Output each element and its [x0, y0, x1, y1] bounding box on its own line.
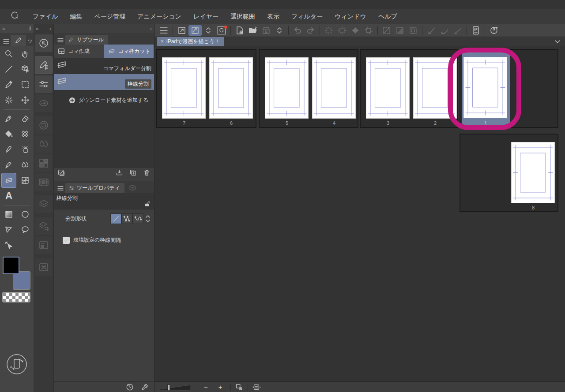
- brush-tool-icon[interactable]: [1, 142, 16, 157]
- subtool-group-tab-cut[interactable]: コマ枠カット: [104, 45, 154, 58]
- redo-icon[interactable]: [304, 25, 317, 36]
- save-icon[interactable]: [260, 25, 273, 36]
- eyedropper-tool-icon[interactable]: [1, 77, 16, 92]
- page-thumbnail-7[interactable]: 7: [162, 58, 206, 126]
- collapse-dock-icon[interactable]: «: [36, 26, 39, 32]
- auto-select-tool-icon[interactable]: [1, 93, 16, 108]
- snap-line-icon[interactable]: [425, 25, 438, 36]
- figure-tool-icon[interactable]: [18, 207, 33, 222]
- clip-studio-button[interactable]: [215, 25, 228, 36]
- tool-property-menu-icon[interactable]: [56, 184, 65, 193]
- gradient-tool-icon[interactable]: [1, 207, 16, 222]
- menu-item-9[interactable]: ウィンドウ: [335, 13, 366, 20]
- download-material-link[interactable]: ダウンロード素材を追加する: [54, 90, 154, 104]
- frame-gap-setting-row[interactable]: 環境設定の枠線間隔: [54, 230, 154, 244]
- brush-size-panel-icon[interactable]: [35, 94, 53, 112]
- tab-tools-partial[interactable]: ツ: [26, 38, 34, 46]
- main-color-swatch[interactable]: [3, 257, 19, 274]
- shape-curve-button[interactable]: [132, 213, 143, 224]
- help-icon[interactable]: [487, 25, 501, 36]
- tab-tools-pencil-icon[interactable]: [11, 35, 26, 46]
- shape-polyline-button[interactable]: [121, 213, 132, 224]
- snap-curve-icon[interactable]: [438, 25, 451, 36]
- airbrush-tool-icon[interactable]: [18, 142, 33, 157]
- frame-border-tool-icon[interactable]: [1, 173, 16, 188]
- unlock-icon[interactable]: [144, 201, 151, 207]
- save-chevrons-icon[interactable]: [273, 25, 286, 36]
- page-thumbnail-5[interactable]: 5: [265, 58, 309, 126]
- undo-icon[interactable]: [291, 25, 304, 36]
- timeline-panel-icon[interactable]: [35, 173, 53, 191]
- zoom-slider[interactable]: [158, 383, 192, 392]
- view-switch-chevrons-icon[interactable]: [202, 25, 215, 36]
- check-all-icon[interactable]: [57, 169, 65, 177]
- fill-tool-icon[interactable]: [1, 127, 16, 142]
- canvas-view-icon[interactable]: [175, 25, 188, 36]
- invert-selection-icon[interactable]: [393, 25, 407, 36]
- new-page-icon[interactable]: [233, 25, 246, 36]
- hand-tool-icon[interactable]: [18, 46, 33, 61]
- duplicate-subtool-icon[interactable]: [129, 169, 137, 176]
- navigator-panel-icon[interactable]: [35, 34, 53, 52]
- tool-menu-icon[interactable]: [2, 37, 11, 46]
- subtool-menu-icon[interactable]: [56, 36, 65, 45]
- menu-item-1[interactable]: ファイル: [33, 13, 58, 20]
- material-panel-icon[interactable]: [35, 154, 53, 172]
- page-thumbnail-1[interactable]: 1: [464, 57, 507, 125]
- collapse-dock2-icon[interactable]: ‹: [49, 26, 51, 32]
- layer-search-panel-icon[interactable]: [35, 236, 53, 254]
- page-thumbnail-4[interactable]: 4: [313, 58, 356, 126]
- tab-list-chevron-icon[interactable]: [554, 40, 561, 44]
- snap-angle-icon[interactable]: [451, 25, 464, 36]
- balloon-tool-icon[interactable]: [18, 222, 33, 237]
- tone-tool-icon[interactable]: [18, 127, 33, 142]
- brush-size-tab-icon[interactable]: [124, 183, 140, 193]
- text-tool-icon[interactable]: A: [1, 188, 16, 203]
- transparent-color-swatch[interactable]: [2, 292, 30, 302]
- close-panel-box-icon[interactable]: [35, 258, 53, 276]
- operation-3d-tool-icon[interactable]: [18, 62, 33, 77]
- marquee-select-tool-icon[interactable]: [18, 77, 33, 92]
- main-menu-icon[interactable]: [157, 25, 170, 36]
- snap-special-ruler-icon[interactable]: [335, 25, 349, 36]
- move-tool-icon[interactable]: [18, 93, 33, 108]
- menu-item-8[interactable]: フィルター: [291, 13, 323, 20]
- wrench-settings-icon[interactable]: [141, 383, 149, 391]
- reset-history-icon[interactable]: [126, 383, 134, 391]
- tool-property-tab[interactable]: ツールプロパティ: [65, 183, 124, 193]
- tablet-companion-icon[interactable]: [469, 25, 482, 36]
- open-file-icon[interactable]: [246, 25, 260, 36]
- checkbox-checked-icon[interactable]: [63, 237, 70, 244]
- panel-grip-icon[interactable]: ‖: [29, 26, 31, 32]
- selected-page-cell[interactable]: 1: [462, 51, 510, 126]
- polyline-fill-tool-icon[interactable]: [1, 222, 16, 237]
- zoom-tool-icon[interactable]: [1, 46, 16, 61]
- color-wheel-panel-icon[interactable]: [35, 116, 53, 134]
- line-tool-icon[interactable]: [1, 62, 16, 77]
- tool-property-panel-icon[interactable]: [35, 75, 53, 93]
- subtool-item-border-split[interactable]: 枠線分割: [54, 74, 154, 90]
- blend-tool-icon[interactable]: [18, 157, 33, 172]
- eraser-tool-icon[interactable]: [18, 111, 33, 126]
- subtool-tab[interactable]: サブツール: [65, 35, 108, 45]
- shape-spin-icon[interactable]: [145, 214, 151, 224]
- layer-property-panel-icon[interactable]: [35, 217, 53, 235]
- page-thumbnail-2[interactable]: 2: [414, 58, 457, 126]
- menu-item-7[interactable]: 表示: [267, 13, 279, 20]
- shape-straight-button[interactable]: [110, 213, 121, 224]
- subtool-item-folder-split[interactable]: コマフォルダー分割: [54, 58, 154, 74]
- subtool-panel-icon[interactable]: [35, 56, 53, 74]
- menu-item-3[interactable]: ページ管理: [94, 13, 125, 20]
- menu-item-6[interactable]: 選択範囲: [230, 13, 255, 20]
- ruler-tool-icon[interactable]: [18, 173, 33, 188]
- color-set-panel-icon[interactable]: [35, 135, 53, 153]
- object-tool-icon[interactable]: [1, 238, 16, 253]
- import-subtool-icon[interactable]: [116, 169, 123, 176]
- snap-grid-icon[interactable]: [349, 25, 362, 36]
- menu-item-4[interactable]: アニメーション: [137, 13, 181, 20]
- story-editor-icon[interactable]: [252, 383, 260, 391]
- selection-border-icon[interactable]: [407, 25, 420, 36]
- crop-marks-icon[interactable]: [362, 25, 375, 36]
- layer-panel-icon[interactable]: [35, 195, 53, 213]
- deselect-icon[interactable]: [380, 25, 393, 36]
